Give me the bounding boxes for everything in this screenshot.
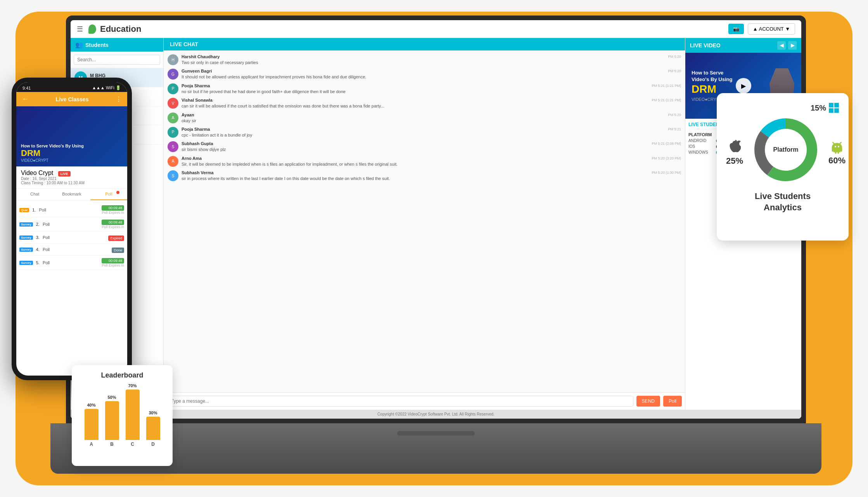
message-content: Arno Ama PM 5:20 (3:20 PM) Sir, it will …	[182, 156, 681, 167]
message-text: Two sir only in case of necessary partie…	[182, 60, 681, 66]
phone-header: ← Live Classes ⋮	[16, 92, 127, 106]
avatar: A	[168, 113, 178, 123]
account-button[interactable]: ▲ ACCOUNT ▼	[748, 23, 795, 35]
message-content: Vishal Sonawla PM 5:21 (1:21 PM) can sir…	[182, 98, 681, 109]
bar-d	[146, 417, 160, 440]
svg-rect-2	[829, 108, 833, 113]
poll-title: Poll	[43, 222, 99, 227]
phone-video-thumb: How to Serve Video's By Using DRM VIDEO●…	[16, 106, 127, 166]
bar-group-b: 50% B	[105, 395, 119, 447]
android-label: ANDROID	[688, 139, 714, 143]
message-sender: Vishal Sonawla	[182, 98, 213, 102]
message-content: Pooja Sharma PM 5:21 (1:21 PM) no sir bu…	[182, 83, 681, 95]
windows-label: WINDOWS	[688, 150, 714, 154]
poll-sub: Poll Expires In	[102, 225, 124, 229]
android-icon	[831, 140, 843, 154]
bar-label-c: C	[131, 442, 134, 447]
survey-badge: Survey	[19, 236, 33, 240]
avatar: S	[168, 170, 178, 181]
message-time: PM 5:21	[668, 127, 681, 131]
video-header-title: LIVE VIDEO	[690, 42, 721, 48]
message-time: PM 5:20	[668, 113, 681, 117]
list-item: Survey 4. Poll Done	[19, 244, 124, 256]
avatar: G	[168, 69, 178, 80]
play-button[interactable]: ▶	[736, 78, 751, 94]
poll-title: Poll	[43, 247, 109, 252]
bar-label-d: D	[151, 442, 155, 447]
message-time: PM 5:21 (1:21 PM)	[652, 84, 681, 88]
bar-c	[126, 390, 140, 440]
phone-class-timing: Class Timing : 10:00 AM to 11:30 AM	[21, 181, 123, 185]
message-sender: Harshit Chaudhary	[182, 54, 220, 59]
bar-a	[85, 409, 99, 440]
poll-title: Poll	[39, 208, 99, 212]
leaderboard-card: Leaderboard 40% A 50% B 70% C 30% D	[72, 365, 173, 466]
camera-button[interactable]: 📷	[728, 24, 744, 34]
windows-icon	[828, 102, 839, 113]
tab-poll[interactable]: Poll	[90, 189, 127, 200]
bar-chart: 40% A 50% B 70% C 30% D	[78, 385, 166, 447]
bar-label-b: B	[110, 442, 114, 447]
ios-pct: 25%	[726, 156, 743, 166]
svg-rect-1	[834, 103, 839, 107]
poll-button[interactable]: Poll	[663, 396, 682, 407]
message-sender: Arno Ama	[182, 156, 202, 161]
poll-number: 3.	[36, 235, 40, 240]
list-item: Survey 3. Poll Expired	[19, 232, 124, 244]
mobile-phone: 9:41 ▲▲▲ WiFi 🔋 ← Live Classes ⋮ How to …	[12, 78, 132, 380]
tab-bookmark[interactable]: Bookmark	[53, 189, 90, 200]
phone-header-title: Live Classes	[56, 96, 89, 102]
timer-badge: 00:09:48	[102, 220, 124, 225]
search-input[interactable]	[74, 55, 160, 65]
bar-group-a: 40% A	[85, 403, 99, 447]
chat-input[interactable]	[167, 396, 633, 407]
poll-number: 5.	[36, 260, 40, 265]
tab-chat[interactable]: Chat	[16, 189, 53, 200]
message-text: can sir it will be allowed if the court …	[182, 103, 681, 109]
svg-rect-0	[829, 103, 833, 107]
video-title-line1: How to Serve	[692, 70, 723, 76]
avatar: A	[168, 156, 178, 167]
survey-badge: Survey	[19, 222, 33, 227]
video-back-icon[interactable]: ◀	[777, 41, 786, 50]
android-pct: 60%	[828, 156, 846, 166]
chat-message: G Gunveen Bagri PM 5:20 It should not be…	[168, 69, 681, 80]
bar-group-c: 70% C	[126, 383, 140, 447]
poll-sub: Poll Expires In	[102, 263, 124, 267]
message-text: no sir but if he proved that he had done…	[182, 89, 681, 95]
chat-messages: H Harshit Chaudhary PM 5:20 Two sir only…	[164, 50, 685, 392]
phone-back-button[interactable]: ←	[22, 95, 29, 103]
phone-class-name: Video Crypt LIVE	[21, 170, 123, 177]
avatar: P	[168, 83, 178, 94]
phone-class-info: Video Crypt LIVE Date : 16, Sept 2021 Cl…	[16, 166, 127, 189]
phone-drm-big: DRM	[21, 148, 123, 158]
bar-b	[105, 401, 119, 440]
donut-center-label: Platform	[773, 146, 799, 153]
message-sender: Subhash Verma	[182, 170, 214, 175]
message-text: okay sir	[182, 118, 681, 124]
laptop-screen-inner: ☰ Education 📷 ▲ ACCOUNT ▼ 👥 Students	[71, 20, 801, 419]
svg-line-11	[833, 142, 834, 144]
svg-rect-16	[837, 151, 839, 154]
chat-message: S Subhash Verma PM 5:20 (1:30 PM) sir in…	[168, 170, 681, 182]
chat-message: S Subhash Gupta PM 5:21 (2:08 PM) sir bi…	[168, 141, 681, 152]
analytics-card: 15% 25% Platform	[717, 93, 849, 241]
svg-point-10	[838, 146, 839, 147]
video-forward-icon[interactable]: ▶	[788, 41, 797, 50]
message-content: Gunveen Bagri PM 5:20 It should not be a…	[182, 69, 681, 80]
hamburger-icon[interactable]: ☰	[77, 25, 83, 33]
bar-group-d: 30% D	[146, 410, 160, 447]
chat-message: V Vishal Sonawla PM 5:21 (1:21 PM) can s…	[168, 98, 681, 109]
message-content: Harshit Chaudhary PM 5:20 Two sir only i…	[182, 54, 681, 66]
svg-rect-3	[834, 108, 839, 113]
svg-rect-14	[840, 147, 842, 152]
message-content: Subhash Verma PM 5:20 (1:30 PM) sir in p…	[182, 170, 681, 182]
chat-panel: LIVE CHAT H Harshit Chaudhary PM 5:20 Tw…	[164, 38, 685, 410]
bar-pct-c: 70%	[128, 383, 137, 388]
analytics-card-title: Live StudentsAnalytics	[755, 191, 811, 213]
poll-number: 2.	[36, 222, 40, 227]
expired-badge: Expired	[108, 236, 124, 241]
message-text: Sir, it will be deemed to be impleded wh…	[182, 161, 681, 167]
poll-notification-dot	[116, 191, 119, 194]
send-button[interactable]: SEND	[636, 396, 660, 407]
